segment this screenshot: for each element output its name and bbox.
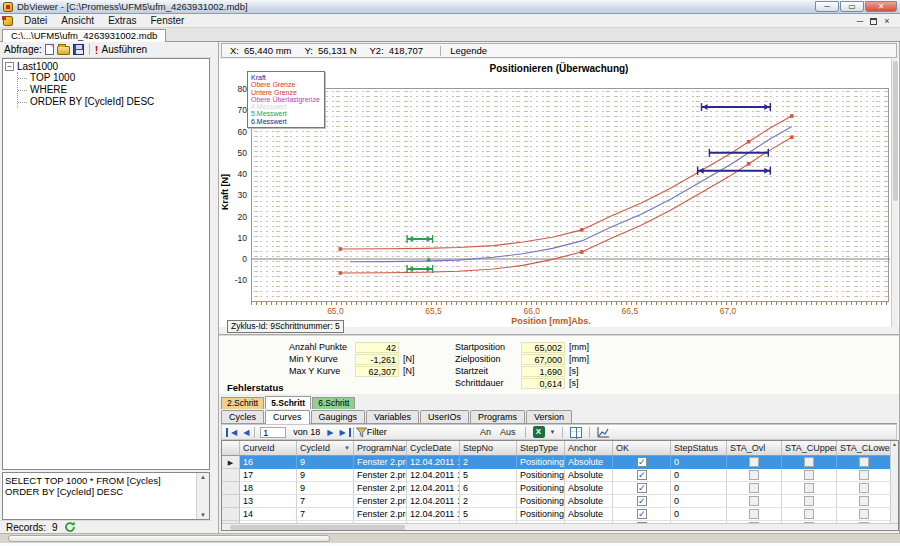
grid-cell-ok[interactable] (613, 469, 671, 482)
column-header-steptype[interactable]: StepType (517, 441, 565, 456)
next-record-button[interactable]: ▶ (324, 428, 336, 437)
grid-cell[interactable]: Fenster 2.prg (354, 508, 407, 521)
curves-data-grid[interactable]: CurveIdCycleId▼ProgramNameCycleDateStepN… (221, 440, 899, 531)
new-query-icon[interactable] (45, 44, 54, 55)
grid-cell[interactable]: Fenster 2.prg (354, 482, 407, 495)
row-selector-cell[interactable] (222, 482, 240, 495)
open-query-icon[interactable] (57, 46, 70, 55)
ok-checkbox[interactable] (637, 457, 647, 467)
column-header-sta_ovl[interactable]: STA_Ovl (727, 441, 782, 456)
filter-button-label[interactable]: Filter (367, 427, 387, 437)
sta-checkbox[interactable] (804, 509, 814, 519)
step-tab-6.schritt[interactable]: 6.Schritt (312, 397, 355, 409)
grid-cell-sta[interactable] (727, 469, 782, 482)
execute-icon[interactable]: ! (95, 44, 99, 56)
maximize-button[interactable]: ▭ (840, 1, 864, 12)
row-selector-cell[interactable] (222, 469, 240, 482)
sql-text[interactable]: SELECT TOP 1000 * FROM [Cycles] ORDER BY… (5, 475, 193, 497)
tab-cycles[interactable]: Cycles (221, 410, 264, 423)
column-header-curveid[interactable]: CurveId (240, 441, 297, 456)
ok-checkbox[interactable] (637, 496, 647, 506)
grid-cell-ok[interactable] (613, 482, 671, 495)
table-row[interactable]: 189Fenster 2.prg12.04.2011 11:2...6Posit… (222, 482, 892, 495)
last-record-button[interactable]: ▶ (337, 428, 351, 437)
column-header-cycleid[interactable]: CycleId▼ (297, 441, 354, 456)
tab-programs[interactable]: Programs (470, 410, 525, 423)
column-header-ok[interactable]: OK (613, 441, 671, 456)
grid-on-button[interactable]: An (478, 427, 493, 437)
sql-editor[interactable]: SELECT TOP 1000 * FROM [Cycles] ORDER BY… (2, 472, 210, 520)
chevron-down-icon[interactable]: ▼ (550, 429, 556, 435)
mdi-restore-icon[interactable] (870, 18, 877, 25)
table-row[interactable]: 137Fenster 2.prg12.04.2011 11:1...2Posit… (222, 495, 892, 508)
row-selector-cell[interactable]: ▶ (222, 456, 240, 469)
grid-cell[interactable]: 13 (240, 495, 297, 508)
grid-cell[interactable]: 9 (297, 456, 354, 469)
grid-cell-stepstatus[interactable]: 0 (671, 482, 727, 495)
close-button[interactable]: ✕ (865, 1, 897, 12)
table-row[interactable]: 179Fenster 2.prg12.04.2011 11:2...5Posit… (222, 469, 892, 482)
previous-record-button[interactable]: ◀ (240, 428, 252, 437)
grid-cell[interactable]: 9 (297, 482, 354, 495)
ok-checkbox[interactable] (637, 509, 647, 519)
grid-cell-sta[interactable] (727, 482, 782, 495)
grid-cell-sta[interactable] (837, 495, 892, 508)
legend-toggle-button[interactable]: Legende (450, 45, 487, 56)
row-selector-cell[interactable] (222, 508, 240, 521)
tab-variables[interactable]: Variables (366, 410, 419, 423)
document-tab[interactable]: C:\...\UFM5\ufm_4263931002.mdb (2, 29, 166, 42)
tab-version[interactable]: Version (526, 410, 572, 423)
column-header-stepno[interactable]: StepNo (460, 441, 517, 456)
menu-fenster[interactable]: Fenster (144, 15, 192, 26)
menu-extras[interactable]: Extras (101, 15, 143, 26)
grid-cell-stepstatus[interactable]: 0 (671, 508, 727, 521)
table-view-icon[interactable] (570, 427, 582, 438)
grid-cell-sta[interactable] (837, 482, 892, 495)
grid-horizontal-scrollbar[interactable] (222, 523, 899, 530)
tree-node[interactable]: TOP 1000 (18, 72, 207, 84)
grid-cell[interactable]: 2 (460, 456, 517, 469)
column-header-sta_cupper[interactable]: STA_CUpper (782, 441, 837, 456)
menu-ansicht[interactable]: Ansicht (54, 15, 101, 26)
record-number-input[interactable]: 1 (260, 427, 286, 438)
grid-cell-stepstatus[interactable]: 0 (671, 456, 727, 469)
column-header-anchor[interactable]: Anchor (565, 441, 613, 456)
grid-cell[interactable]: Fenster 2.prg (354, 495, 407, 508)
grid-cell[interactable]: Fenster 2.prg (354, 456, 407, 469)
grid-cell[interactable]: Positioning (517, 495, 565, 508)
grid-cell[interactable]: 12.04.2011 11:2... (407, 469, 460, 482)
grid-cell-stepstatus[interactable]: 0 (671, 495, 727, 508)
grid-cell[interactable]: Absolute (565, 495, 613, 508)
table-row[interactable]: ▶169Fenster 2.prg12.04.2011 11:2...2Posi… (222, 456, 892, 469)
grid-cell[interactable]: Positioning (517, 482, 565, 495)
grid-cell-ok[interactable] (613, 495, 671, 508)
execute-button-label[interactable]: Ausführen (101, 44, 147, 55)
app-horizontal-scrollbar[interactable] (0, 533, 900, 543)
grid-cell[interactable]: 5 (460, 469, 517, 482)
grid-cell[interactable]: 12.04.2011 11:2... (407, 482, 460, 495)
grid-cell[interactable]: 2 (460, 495, 517, 508)
grid-cell-ok[interactable] (613, 456, 671, 469)
scroll-down-icon[interactable]: ▼ (197, 512, 209, 518)
grid-cell[interactable]: Absolute (565, 508, 613, 521)
sta-checkbox[interactable] (749, 483, 759, 493)
grid-cell-ok[interactable] (613, 508, 671, 521)
chart-plot[interactable] (251, 88, 889, 302)
step-tab-5.schritt[interactable]: 5.Schritt (265, 396, 311, 409)
column-header-cycledate[interactable]: CycleDate (407, 441, 460, 456)
grid-cell[interactable]: 18 (240, 482, 297, 495)
grid-cell[interactable]: 14 (240, 508, 297, 521)
sta-checkbox[interactable] (804, 483, 814, 493)
grid-cell[interactable]: Absolute (565, 469, 613, 482)
grid-cell[interactable]: Positioning (517, 508, 565, 521)
sql-scrollbar[interactable]: ▲ ▼ (196, 473, 209, 519)
step-tab-2.schritt[interactable]: 2.Schritt (221, 397, 264, 409)
menu-datei[interactable]: Datei (17, 15, 54, 26)
sta-checkbox[interactable] (749, 470, 759, 480)
sta-checkbox[interactable] (749, 457, 759, 467)
grid-cell-sta[interactable] (727, 508, 782, 521)
excel-export-icon[interactable]: X (533, 426, 545, 438)
chart-view-icon[interactable] (597, 427, 609, 438)
grid-cell[interactable]: 7 (297, 508, 354, 521)
save-query-icon[interactable] (73, 44, 84, 55)
